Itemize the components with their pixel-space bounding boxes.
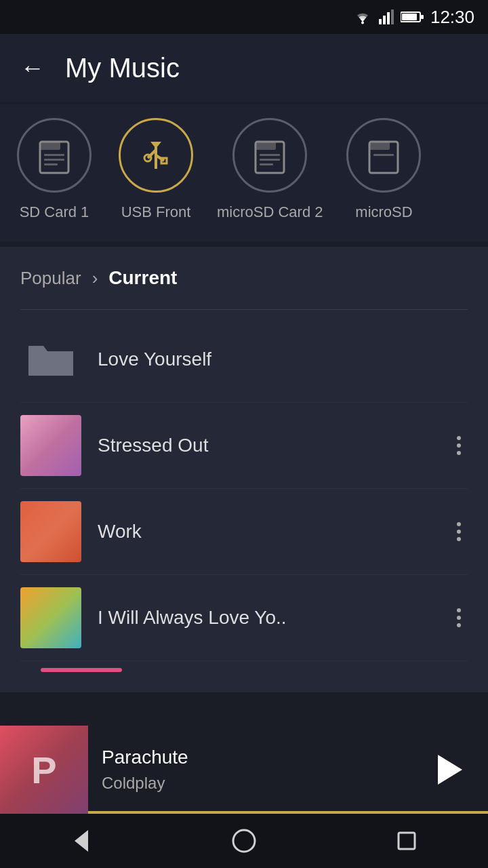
more-options-button[interactable]	[450, 601, 468, 634]
svg-rect-2	[383, 16, 386, 24]
storage-label-usb: USB Front	[121, 203, 191, 221]
list-item[interactable]: Love Yourself	[20, 317, 468, 403]
song-name: Work	[98, 521, 434, 542]
now-playing-info: Parachute Coldplay	[88, 747, 420, 793]
svg-rect-7	[421, 15, 424, 19]
more-options-button[interactable]	[450, 515, 468, 548]
svg-rect-21	[260, 159, 280, 161]
now-playing-title: Parachute	[102, 747, 407, 768]
content-section: Popular › Current Love Yourself Stressed…	[0, 247, 488, 692]
svg-rect-10	[44, 154, 64, 156]
nav-recent-button[interactable]	[382, 816, 431, 865]
storage-item-micro2[interactable]: microSD Card 2	[217, 118, 323, 221]
storage-circle-sd1	[17, 118, 92, 193]
song-name: Stressed Out	[98, 435, 434, 456]
storage-item-usb[interactable]: USB Front	[115, 118, 197, 221]
scroll-indicator	[41, 668, 122, 672]
svg-rect-1	[379, 19, 382, 24]
storage-item-sd1[interactable]: SD Card 1	[14, 118, 95, 221]
list-item[interactable]: Stressed Out	[20, 403, 468, 489]
folder-thumb	[20, 329, 81, 390]
storage-sources: SD Card 1 USB Front micro	[0, 104, 488, 241]
svg-point-0	[361, 22, 364, 24]
status-bar: 12:30	[0, 0, 488, 34]
storage-label-micro2: microSD Card 2	[217, 203, 323, 221]
storage-label-micro3: microSD	[355, 203, 412, 221]
nav-bar	[0, 814, 488, 868]
more-options-button[interactable]	[450, 429, 468, 462]
svg-point-27	[233, 830, 255, 852]
breadcrumb-current: Current	[108, 267, 177, 289]
svg-marker-26	[75, 830, 88, 852]
svg-rect-6	[402, 14, 417, 20]
status-time: 12:30	[430, 7, 474, 28]
song-thumbnail	[20, 587, 81, 648]
divider	[20, 309, 468, 310]
storage-circle-usb	[119, 118, 193, 193]
svg-rect-20	[260, 154, 280, 156]
breadcrumb-arrow: ›	[92, 268, 98, 289]
play-button[interactable]	[420, 743, 474, 797]
play-icon	[438, 755, 462, 785]
svg-rect-19	[256, 142, 276, 150]
svg-rect-25	[373, 154, 394, 156]
breadcrumb-parent[interactable]: Popular	[20, 268, 81, 289]
storage-item-micro3[interactable]: microSD	[343, 118, 424, 221]
svg-rect-3	[387, 12, 390, 24]
breadcrumb: Popular › Current	[20, 267, 468, 289]
battery-icon	[401, 11, 424, 23]
song-thumbnail	[20, 501, 81, 562]
nav-home-button[interactable]	[220, 816, 268, 865]
svg-rect-12	[44, 163, 58, 165]
storage-circle-micro2	[232, 118, 307, 193]
back-button[interactable]: ←	[20, 54, 45, 82]
storage-circle-micro3	[346, 118, 421, 193]
list-item[interactable]: Work	[20, 489, 468, 575]
svg-rect-22	[260, 163, 273, 165]
wifi-icon	[353, 9, 372, 24]
header: ← My Music	[0, 34, 488, 102]
svg-rect-11	[44, 159, 64, 161]
nav-back-button[interactable]	[57, 816, 106, 865]
list-item[interactable]: I Will Always Love Yo..	[20, 575, 468, 661]
page-title: My Music	[65, 53, 180, 83]
storage-label-sd1: SD Card 1	[20, 203, 89, 221]
song-thumbnail	[20, 415, 81, 476]
song-name: Love Yourself	[98, 349, 468, 370]
signal-icon	[379, 9, 394, 24]
svg-rect-24	[369, 142, 390, 150]
status-icons: 12:30	[353, 7, 474, 28]
now-playing-bar[interactable]: P Parachute Coldplay	[0, 726, 488, 814]
now-playing-thumbnail: P	[0, 726, 88, 814]
song-name: I Will Always Love Yo..	[98, 607, 434, 629]
now-playing-letter: P	[31, 748, 56, 792]
svg-rect-4	[391, 9, 394, 24]
now-playing-artist: Coldplay	[102, 774, 407, 793]
svg-rect-28	[399, 833, 415, 849]
svg-rect-9	[40, 142, 60, 150]
